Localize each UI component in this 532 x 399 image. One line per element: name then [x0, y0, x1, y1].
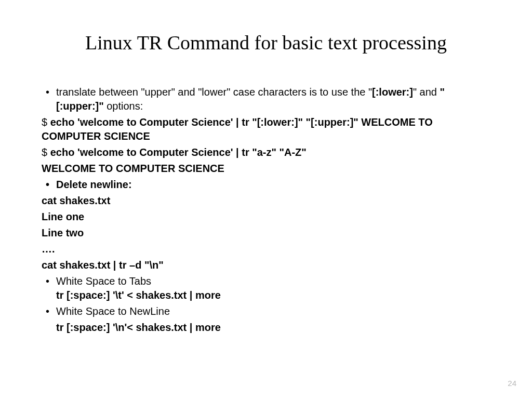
slide-body: translate between "upper" and "lower" ca… [42, 85, 490, 335]
cmd-tr-newline: tr [:space:] '\n'< shakes.txt | more [42, 321, 490, 335]
text: " and [413, 86, 440, 98]
text: White Space to Tabs [56, 275, 151, 287]
text: echo 'welcome to Computer Science' | tr … [42, 116, 433, 142]
slide-title: Linux TR Command for basic text processi… [42, 31, 490, 54]
cmd-echo-1: $ echo 'welcome to Computer Science' | t… [42, 115, 490, 143]
bullet-translate: translate between "upper" and "lower" ca… [42, 85, 490, 113]
cmd-tr-d: cat shakes.txt | tr –d "\n" [42, 258, 490, 272]
text: translate between "upper" and "lower" ca… [56, 86, 372, 98]
bullet-ws-tabs: White Space to Tabs tr [:space:] '\t' < … [42, 274, 490, 302]
prompt: $ [42, 147, 50, 158]
cmd-cat: cat shakes.txt [42, 194, 490, 208]
output-line-one: Line one [42, 210, 490, 224]
output-line-two: Line two [42, 226, 490, 240]
text: options: [104, 100, 143, 112]
bullet-ws-newline: White Space to NewLine [42, 304, 490, 318]
slide: Linux TR Command for basic text processi… [0, 0, 532, 399]
page-number: 24 [508, 379, 516, 388]
cmd-echo-2: $ echo 'welcome to Computer Science' | t… [42, 145, 490, 159]
output-ellipsis: …. [42, 242, 490, 256]
bullet-delete-newline: Delete newline: [42, 178, 490, 192]
text: echo 'welcome to Computer Science' | tr … [50, 147, 307, 158]
prompt: $ [42, 116, 50, 128]
text: [:lower:] [372, 86, 413, 98]
text: tr [:space:] '\t' < shakes.txt | more [56, 289, 221, 301]
output-welcome: WELCOME TO COMPUTER SCIENCE [42, 162, 490, 176]
